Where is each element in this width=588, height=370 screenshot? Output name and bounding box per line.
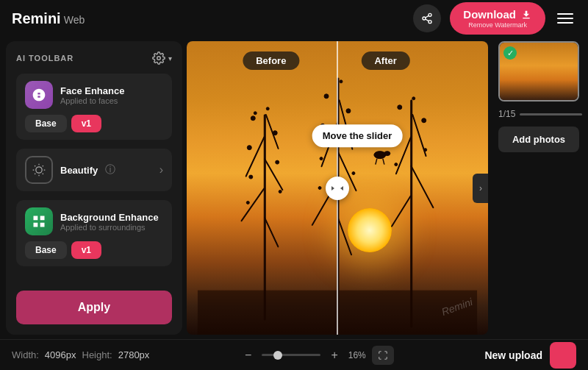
svg-point-34 (318, 187, 321, 190)
toolbar-title: AI TOOLBAR (16, 54, 74, 63)
main-content: AI TOOLBAR ▾ Face Enhance Applied (0, 37, 588, 339)
download-label: Download (463, 8, 532, 21)
logo-remini: Remini (12, 10, 61, 27)
svg-point-18 (279, 190, 282, 193)
header: Remini Web Download Remove Watermark (0, 0, 588, 37)
slider-tooltip: Move the slider (312, 124, 403, 147)
beautify-chevron[interactable]: › (159, 163, 163, 177)
download-sub-label: Remove Watermark (468, 21, 527, 29)
svg-point-13 (251, 116, 255, 121)
beautify-row: Beautify ⓘ › (25, 156, 163, 184)
beautify-icon (25, 156, 53, 184)
face-enhance-base-btn[interactable]: Base (25, 115, 67, 132)
svg-point-14 (273, 131, 277, 135)
face-enhance-info: Face Enhance Applied to faces (60, 85, 163, 105)
menu-line-2 (557, 18, 573, 19)
settings-chevron: ▾ (168, 54, 172, 63)
settings-icon[interactable]: ▾ (152, 51, 172, 65)
face-enhance-icon (25, 81, 53, 109)
page-counter: 1/15 (498, 109, 582, 119)
menu-button[interactable] (554, 10, 576, 26)
bottom-bar: Width: 4096px Height: 2780px − + 16% New… (0, 339, 588, 370)
bg-enhance-versions: Base v1 (25, 241, 163, 259)
svg-point-15 (247, 146, 251, 150)
page-progress-bar (520, 113, 582, 115)
svg-point-35 (340, 80, 343, 83)
bg-enhance-header: Background Enhance Applied to surroundin… (25, 207, 163, 235)
svg-point-42 (422, 118, 426, 123)
svg-rect-40 (391, 195, 411, 227)
svg-line-4 (426, 15, 429, 18)
new-upload-label: New upload (484, 349, 542, 361)
width-value: 4096px (45, 349, 76, 360)
image-container: Before After Move the slider Remini (187, 41, 488, 335)
logo-area: Remini Web (12, 10, 85, 27)
svg-point-47 (374, 152, 386, 159)
zoom-in-button[interactable]: + (326, 347, 342, 363)
fit-button[interactable] (372, 346, 394, 365)
zoom-slider[interactable] (262, 354, 320, 356)
bg-enhance-icon (25, 207, 53, 235)
svg-rect-10 (264, 158, 283, 191)
left-panel: AI TOOLBAR ▾ Face Enhance Applied (6, 41, 182, 335)
svg-point-33 (352, 172, 355, 175)
before-label: Before (243, 51, 299, 70)
bg-enhance-v1-btn[interactable]: v1 (71, 241, 101, 259)
svg-point-20 (254, 112, 257, 115)
svg-point-19 (246, 201, 249, 204)
beautify-left: Beautify ⓘ (25, 156, 115, 184)
svg-rect-9 (245, 137, 265, 177)
new-upload-area: New upload (484, 342, 576, 369)
new-upload-button[interactable] (550, 342, 576, 369)
height-value: 2780px (118, 349, 150, 360)
expand-button[interactable]: › (473, 174, 488, 203)
svg-line-49 (376, 159, 377, 165)
svg-line-50 (383, 159, 384, 165)
svg-point-44 (424, 149, 427, 152)
bg-enhance-base-btn[interactable]: Base (25, 241, 67, 259)
face-enhance-header: Face Enhance Applied to faces (25, 81, 163, 109)
face-enhance-v1-btn[interactable]: v1 (71, 115, 101, 132)
bg-enhance-tool: Background Enhance Applied to surroundin… (16, 200, 172, 266)
menu-line-1 (557, 13, 573, 15)
add-photos-button[interactable]: Add photos (498, 127, 579, 152)
face-enhance-desc: Applied to faces (60, 96, 163, 105)
bg-enhance-info: Background Enhance Applied to surroundin… (60, 212, 163, 232)
svg-point-45 (395, 163, 398, 166)
toolbar-header: AI TOOLBAR ▾ (16, 51, 172, 65)
svg-point-16 (276, 160, 279, 164)
svg-point-29 (346, 109, 351, 113)
center-area: Before After Move the slider Remini › (187, 41, 488, 335)
svg-rect-11 (241, 188, 265, 222)
svg-point-5 (157, 57, 161, 60)
header-right: Download Remove Watermark (413, 2, 576, 35)
right-panel: ✓ 1/15 Add photos (492, 37, 588, 339)
thumbnail[interactable]: ✓ (498, 41, 579, 102)
svg-rect-12 (264, 217, 279, 247)
dimension-info: Width: 4096px Height: 2780px (12, 349, 149, 360)
svg-rect-39 (411, 166, 434, 208)
beautify-name: Beautify (60, 165, 98, 176)
download-button[interactable]: Download Remove Watermark (450, 2, 545, 35)
svg-point-41 (398, 105, 402, 110)
zoom-out-button[interactable]: − (240, 347, 256, 363)
face-enhance-versions: Base v1 (25, 115, 163, 132)
svg-point-28 (324, 94, 329, 99)
face-enhance-tool: Face Enhance Applied to faces Base v1 (16, 74, 172, 140)
svg-line-3 (426, 19, 429, 21)
face-enhance-name: Face Enhance (60, 85, 163, 96)
zoom-controls: − + 16% (240, 346, 394, 365)
svg-rect-27 (337, 217, 352, 255)
slider-handle[interactable] (326, 177, 349, 200)
share-button[interactable] (413, 4, 441, 32)
svg-point-32 (320, 157, 323, 160)
svg-point-6 (36, 167, 42, 173)
width-label: Width: (12, 349, 39, 360)
svg-point-17 (249, 175, 253, 179)
menu-line-3 (557, 22, 573, 24)
beautify-info-icon[interactable]: ⓘ (105, 163, 115, 177)
zoom-thumb (273, 351, 282, 360)
thumbnail-check: ✓ (503, 46, 517, 60)
svg-point-21 (266, 107, 269, 110)
apply-button[interactable]: Apply (16, 291, 172, 324)
